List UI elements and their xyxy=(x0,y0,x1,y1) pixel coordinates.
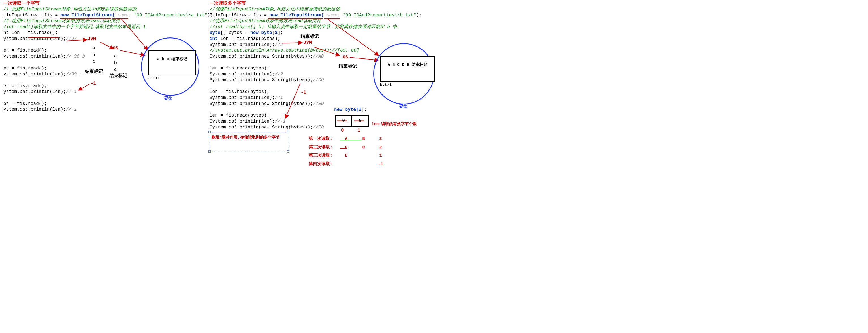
reads-table: 第一次读取: A B 2 第二次读取: C D 2 第三次读取: E 1 第四次… xyxy=(309,136,386,167)
idx: 1 xyxy=(358,128,360,134)
comment: /int read()读取文件中的一个字节并返回,读取到文件的末尾返回-1 xyxy=(3,24,207,30)
handle xyxy=(287,131,289,133)
comment: //int read(byte[] b) 从输入流中读取一定数量的字节，并将其存… xyxy=(210,24,442,30)
seq-c: c xyxy=(114,67,117,73)
seq-a: a xyxy=(92,46,95,51)
code: len = fis.read(bytes); xyxy=(210,113,442,118)
disk-label: 硬盘 xyxy=(399,104,407,109)
jvm-label: JVM xyxy=(88,36,96,42)
code: ystem.out.println(len);//-1 xyxy=(3,107,207,113)
comment: /1.创建FileInputStream对象,构造方法中绑定要读取的数据源 xyxy=(3,6,207,12)
code: nt len = fis.read(); xyxy=(3,30,207,36)
seq-c: c xyxy=(92,59,95,65)
endmark: 结束标记 xyxy=(301,34,319,40)
os-label: OS xyxy=(113,46,118,51)
file-name: a.txt xyxy=(148,76,160,81)
code: ileInputStream fis = new FileInputStream… xyxy=(3,12,207,19)
code: byte[] bytes = new byte[2]; xyxy=(210,30,442,36)
idx: 0 xyxy=(341,128,344,134)
len-label: len:读取的有效字节个数 xyxy=(372,121,417,127)
handle xyxy=(287,150,289,152)
os-label: OS xyxy=(343,54,348,60)
seq-a: a xyxy=(114,53,117,59)
endmark: 结束标记 xyxy=(85,69,103,75)
comment: //使用FileInputStream对象中的方法read读取文件 xyxy=(210,18,442,24)
left-title: 一次读取一个字节 xyxy=(3,1,207,6)
code: int len = fis.read(bytes); xyxy=(210,36,442,42)
byte-table: 0 0 xyxy=(335,115,369,127)
diagram-page: 一次读取一个字节 /1.创建FileInputStream对象,构造方法中绑定要… xyxy=(0,0,442,169)
new-byte-code: new byte[2]; xyxy=(334,107,367,113)
neg1: -1 xyxy=(301,90,306,95)
endmark: 结束标记 xyxy=(339,63,357,70)
file-name: b.txt xyxy=(380,82,392,87)
endmark: 结束标记 xyxy=(109,73,127,79)
code: en = fis.read(); xyxy=(3,101,207,107)
note-box: 数组:缓冲作用,存储读取到的多个字节 xyxy=(210,132,289,152)
disk-label: 硬盘 xyxy=(164,96,172,101)
jvm-label: JVM xyxy=(304,40,312,46)
code: FileInputStream fis = new FileInputStrea… xyxy=(210,12,442,19)
seq-b: b xyxy=(114,60,117,66)
neg1: -1 xyxy=(91,81,96,86)
seq-b: b xyxy=(92,52,95,58)
comment: //创建FileInputStream对象,构造方法中绑定要读取的数据源 xyxy=(210,6,442,12)
comment: /2.使用FileInputStream对象中的方法read,读取文件 xyxy=(3,18,207,24)
file-box: A B C D E 结束标记 xyxy=(380,56,435,82)
file-box: a b c 结束标记 xyxy=(148,51,196,76)
right-title: 一次读取多个字节 xyxy=(210,1,442,6)
handle xyxy=(209,150,211,152)
handle xyxy=(248,131,250,133)
handle xyxy=(209,131,211,133)
